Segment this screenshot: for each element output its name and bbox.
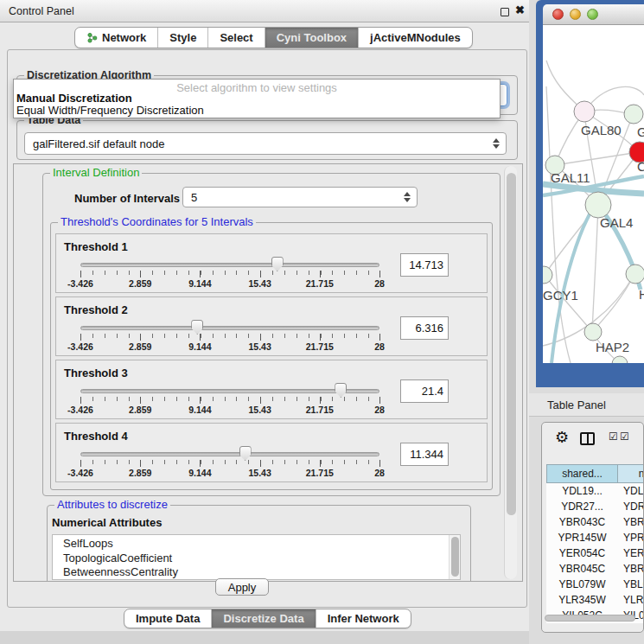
tab-discretize-data[interactable]: Discretize Data: [211, 609, 315, 628]
node-gal80[interactable]: [574, 101, 595, 122]
tick-label: 28: [374, 278, 385, 289]
tick-label: 15.43: [248, 341, 271, 352]
table-row[interactable]: YER054CYER0: [546, 545, 644, 561]
cell-name[interactable]: YLR3: [618, 594, 644, 606]
tick-label: 2.859: [129, 278, 151, 289]
scrollbar-thumb[interactable]: [545, 615, 635, 622]
column-header-name[interactable]: na: [618, 464, 644, 483]
tab-network[interactable]: Network: [75, 28, 157, 48]
node-bottom-partial[interactable]: [612, 356, 628, 363]
cyni-toolbox-panel: Discretization Algorithm Select algorith…: [7, 49, 527, 608]
attributes-to-discretize-group: Attributes to discretize Numerical Attri…: [47, 505, 471, 582]
cell-name[interactable]: YDR2: [618, 501, 644, 513]
attributes-scrollbar[interactable]: [449, 535, 460, 579]
scrollbar-thumb[interactable]: [507, 173, 516, 515]
tab-select[interactable]: Select: [207, 28, 264, 48]
network-window-titlebar[interactable]: [543, 4, 644, 25]
threshold-3-slider-track[interactable]: [80, 389, 379, 393]
gear-icon[interactable]: ⚙: [555, 428, 569, 447]
node-h-partial[interactable]: [626, 265, 644, 284]
dropdown-option-equal-width-frequency[interactable]: Equal Width/Frequency Discretization: [14, 105, 500, 117]
cell-name[interactable]: YDL1: [618, 485, 644, 497]
node-hap2[interactable]: [584, 323, 602, 341]
threshold-2-value-field[interactable]: 6.316: [400, 316, 449, 340]
network-icon: [86, 32, 98, 43]
table-row[interactable]: YDR27...YDR2: [546, 499, 644, 514]
numerical-attributes-listbox[interactable]: SelfLoopsTopologicalCoefficientBetweenne…: [52, 534, 461, 580]
table-data-combobox[interactable]: galFiltered.sif default node: [24, 132, 507, 155]
table-row[interactable]: YBR043CYBR0: [546, 514, 644, 530]
node-gcy1[interactable]: [543, 266, 552, 284]
cell-name[interactable]: YBR0: [618, 563, 644, 575]
table-row[interactable]: YDL19...YDL1: [546, 483, 644, 499]
close-icon[interactable]: ✖: [515, 3, 525, 16]
cell-name[interactable]: YBR0: [618, 516, 644, 528]
control-panel-tabbar: Network Style Select Cyni Toolbox jActiv…: [74, 27, 473, 48]
network-canvas[interactable]: GAL80 GA C GAL11 GAL4 GCY1 H HAP2: [543, 25, 644, 363]
tab-label: Select: [220, 31, 252, 44]
table-row[interactable]: YBR045CYBR0: [546, 561, 644, 577]
cell-shared-name[interactable]: YDL19...: [546, 485, 618, 497]
thresholds-group: Threshold's Coordinates for 5 Intervals …: [50, 222, 493, 490]
node-partial-top-right[interactable]: [624, 105, 643, 124]
threshold-1-slider-thumb[interactable]: [271, 257, 284, 271]
number-of-intervals-combobox[interactable]: 5: [182, 187, 418, 207]
tick-label: 9.144: [188, 341, 211, 352]
threshold-4-value-field[interactable]: 11.344: [400, 443, 449, 466]
tab-label: Network: [102, 31, 146, 44]
threshold-4-slider-track[interactable]: [80, 452, 379, 456]
apply-button[interactable]: Apply: [215, 578, 269, 596]
zoom-traffic-light-icon[interactable]: [587, 9, 598, 20]
split-columns-icon[interactable]: [580, 432, 595, 445]
threshold-2-slider-thumb[interactable]: [191, 320, 203, 335]
scrollbar-thumb[interactable]: [451, 537, 459, 577]
minimize-traffic-light-icon[interactable]: [570, 9, 581, 20]
float-window-icon[interactable]: [501, 8, 509, 16]
cell-shared-name[interactable]: YBL079W: [546, 578, 618, 590]
dropdown-placeholder: Select algorithm to view settings: [14, 80, 500, 92]
group-title: Threshold's Coordinates for 5 Intervals: [58, 216, 256, 228]
table-row[interactable]: YBL079WYBL0: [546, 577, 644, 592]
threshold-3-value-field[interactable]: 21.4: [400, 379, 449, 403]
cell-name[interactable]: YBL0: [618, 578, 644, 590]
attribute-list-item[interactable]: SelfLoops: [63, 537, 460, 552]
cell-shared-name[interactable]: YER054C: [546, 547, 618, 559]
slider-tick-labels: -3.4262.8599.14415.4321.71528: [80, 405, 379, 415]
tick-label: -3.426: [67, 341, 93, 352]
threshold-1-slider-track[interactable]: [80, 263, 379, 267]
table-row[interactable]: YLR345WYLR3: [546, 592, 644, 608]
tab-impute-data[interactable]: Impute Data: [124, 609, 211, 628]
control-panel: Control Panel ✖ Network Style Select Cyn…: [0, 0, 534, 631]
threshold-1-value-field[interactable]: 14.713: [400, 253, 449, 277]
dropdown-option-manual-discretization[interactable]: Manual Discretization: [14, 92, 500, 105]
checkbox-icon[interactable]: ☑: [609, 430, 618, 443]
tab-infer-network[interactable]: Infer Network: [316, 609, 411, 628]
threshold-4-slider-thumb[interactable]: [239, 446, 252, 461]
cell-shared-name[interactable]: YLR345W: [546, 594, 618, 606]
attribute-list-item[interactable]: TopologicalCoefficient: [63, 552, 460, 566]
settings-vertical-scrollbar[interactable]: [504, 166, 517, 579]
stepper-arrows-icon: [404, 192, 411, 202]
tab-style[interactable]: Style: [157, 28, 207, 48]
tab-cyni-toolbox[interactable]: Cyni Toolbox: [265, 28, 358, 48]
cell-name[interactable]: YER0: [618, 547, 644, 559]
threshold-2-slider-track[interactable]: [80, 326, 379, 330]
node-gal4[interactable]: [585, 192, 611, 218]
tab-jactivemnodules[interactable]: jActiveMNodules: [358, 28, 472, 48]
tab-label: Impute Data: [136, 612, 200, 625]
network-graph: GAL80 GA C GAL11 GAL4 GCY1 H HAP2: [543, 25, 644, 363]
tick-label: 2.859: [129, 468, 151, 478]
column-header-shared-name[interactable]: shared...: [546, 464, 618, 483]
cell-shared-name[interactable]: YBR045C: [546, 563, 618, 575]
table-row[interactable]: YPR145WYPR1: [546, 530, 644, 545]
tick-label: 9.144: [188, 468, 211, 478]
checkbox-icon[interactable]: ☑: [620, 430, 629, 443]
tick-label: 28: [374, 341, 385, 352]
cell-shared-name[interactable]: YDR27...: [546, 501, 618, 513]
threshold-3-slider-thumb[interactable]: [335, 383, 347, 398]
cell-shared-name[interactable]: YPR145W: [546, 532, 618, 544]
cell-name[interactable]: YPR1: [618, 532, 644, 544]
close-traffic-light-icon[interactable]: [552, 9, 564, 20]
cell-shared-name[interactable]: YBR043C: [546, 516, 618, 528]
table-horizontal-scrollbar[interactable]: [545, 615, 641, 624]
